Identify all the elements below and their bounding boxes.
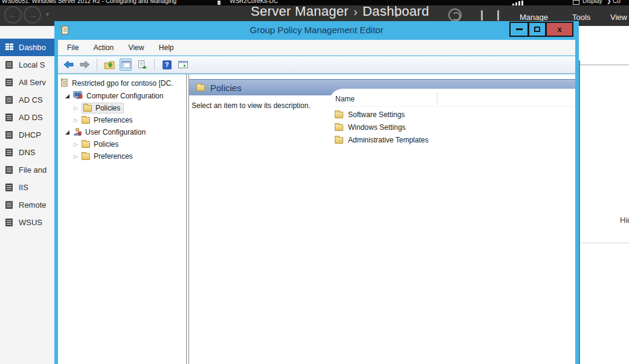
gpme-body: Restricted gpo for contoso [DC. Computer… xyxy=(58,74,575,364)
content-divider xyxy=(580,65,629,65)
tree-selected-item[interactable]: Policies xyxy=(82,103,124,113)
collapse-arrow-icon[interactable] xyxy=(65,94,69,98)
gpme-menubar: File Action View Help xyxy=(58,40,575,56)
folder-icon xyxy=(82,141,90,148)
dns-icon xyxy=(5,148,13,156)
minimize-button[interactable] xyxy=(509,22,529,37)
tree-node-uc-preferences[interactable]: ▷ Preferences xyxy=(74,150,133,162)
screen: WS08051: Windows Server 2012 R2 - Config… xyxy=(0,0,629,364)
sidebar-item-remote-desktop[interactable]: Remote xyxy=(0,196,58,214)
folder-icon xyxy=(196,85,205,91)
forward-button[interactable]: → xyxy=(24,6,41,24)
tree-node-user-configuration[interactable]: User Configuration xyxy=(65,126,146,138)
vm-display-button[interactable]: Display xyxy=(582,0,602,4)
tree-node-uc-policies[interactable]: ▷ Policies xyxy=(74,138,118,150)
toolbar-separator xyxy=(97,59,97,71)
servers-icon xyxy=(5,78,13,86)
back-icon[interactable] xyxy=(62,59,74,71)
close-icon: x xyxy=(557,25,561,34)
column-divider[interactable] xyxy=(437,92,437,106)
list-item-windows-settings[interactable]: Windows Settings xyxy=(335,121,405,133)
sidebar-item-iis[interactable]: IIS xyxy=(0,179,58,196)
sidebar-item-local-server[interactable]: Local S xyxy=(0,56,58,74)
breadcrumb: Server Manager›Dashboard xyxy=(251,4,429,19)
gpo-scroll-icon xyxy=(60,25,69,37)
user-icon xyxy=(73,127,82,138)
folder-icon xyxy=(83,105,92,112)
domain-services-icon xyxy=(5,113,13,121)
sidebar-item-dhcp[interactable]: DHCP xyxy=(0,126,58,144)
tree-node-computer-configuration[interactable]: Computer Configuration xyxy=(65,90,163,102)
menu-view[interactable]: View xyxy=(123,40,150,56)
export-list-icon[interactable] xyxy=(136,59,148,71)
certificate-services-icon xyxy=(5,96,13,104)
maximize-button[interactable] xyxy=(528,22,546,37)
sidebar-item-ad-cs[interactable]: AD CS xyxy=(0,91,58,109)
folder-icon xyxy=(335,124,343,131)
breadcrumb-separator-icon: › xyxy=(349,5,363,18)
menu-file[interactable]: File xyxy=(61,40,85,56)
server-manager-sidebar: Dashbo Local S All Serv AD CS AD DS DHCP… xyxy=(0,26,58,364)
expand-arrow-icon[interactable]: ▷ xyxy=(74,142,78,147)
remote-desktop-icon xyxy=(5,201,13,209)
selection-description: Select an item to view its description. xyxy=(192,101,311,110)
menu-action[interactable]: Action xyxy=(88,40,120,56)
dhcp-icon xyxy=(5,131,13,139)
header-underline xyxy=(329,106,575,107)
window-title: Group Policy Management Editor xyxy=(54,21,579,39)
expand-arrow-icon[interactable]: ▷ xyxy=(74,106,78,111)
tree-node-cc-policies[interactable]: ▷ Policies xyxy=(74,102,124,114)
sidebar-item-ad-ds[interactable]: AD DS xyxy=(0,109,58,126)
up-one-level-icon[interactable] xyxy=(103,59,115,71)
vm-connect-button[interactable]: Co xyxy=(613,0,621,4)
hide-link[interactable]: Hid xyxy=(620,216,629,225)
sidebar-item-dns[interactable]: DNS xyxy=(0,144,58,161)
nav-dropdown-icon[interactable]: ▼ xyxy=(45,11,50,18)
wsus-icon xyxy=(5,219,13,226)
tree-node-cc-preferences[interactable]: ▷ Preferences xyxy=(74,114,133,126)
iis-icon xyxy=(5,184,13,191)
signal-bars-icon xyxy=(512,1,526,5)
list-item-software-settings[interactable]: Software Settings xyxy=(335,109,405,121)
back-button[interactable]: ← xyxy=(4,6,22,24)
expand-arrow-icon[interactable]: ▷ xyxy=(74,154,78,159)
header-dropdown-icon[interactable]: ▼ xyxy=(393,12,399,19)
show-console-tree-icon[interactable] xyxy=(120,59,132,71)
menu-help[interactable]: Help xyxy=(153,40,180,56)
question-mark-icon: ? xyxy=(163,60,172,69)
tools-menu[interactable]: Tools xyxy=(572,13,590,22)
show-action-pane-icon[interactable] xyxy=(177,59,189,71)
admin-flag-icon[interactable] xyxy=(497,10,499,21)
list-item-administrative-templates[interactable]: Administrative Templates xyxy=(335,134,428,146)
close-button[interactable]: x xyxy=(546,22,573,37)
vm-machine-name: WSR2CoreKit-DC xyxy=(230,0,278,4)
maximize-icon xyxy=(534,27,540,32)
gpme-toolbar: ? xyxy=(58,56,575,74)
folder-icon xyxy=(82,153,90,160)
console-tree-pane: Restricted gpo for contoso [DC. Computer… xyxy=(58,74,186,364)
result-pane: Policies Select an item to view its desc… xyxy=(189,74,575,364)
view-menu[interactable]: View xyxy=(610,13,627,22)
computer-icon xyxy=(73,91,83,101)
gpme-window: Group Policy Management Editor x File Ac… xyxy=(54,21,579,364)
minimize-icon xyxy=(516,28,523,30)
sidebar-item-wsus[interactable]: WSUS xyxy=(0,214,58,231)
help-icon[interactable]: ? xyxy=(161,59,173,71)
sidebar-item-file-storage[interactable]: File and xyxy=(0,161,58,179)
file-storage-icon xyxy=(5,166,13,174)
tree-root-node[interactable]: Restricted gpo for contoso [DC. xyxy=(60,77,173,89)
chevron-right-icon: ❯ xyxy=(607,0,611,4)
gpme-titlebar[interactable]: Group Policy Management Editor x xyxy=(54,21,579,40)
notification-flag-icon[interactable] xyxy=(481,10,483,21)
sidebar-item-all-servers[interactable]: All Serv xyxy=(0,74,58,91)
result-pane-title: Policies xyxy=(210,83,242,93)
sidebar-item-dashboard[interactable]: Dashbo xyxy=(0,39,58,56)
expand-arrow-icon[interactable]: ▷ xyxy=(74,118,78,123)
forward-icon[interactable] xyxy=(79,59,91,71)
column-header-name[interactable]: Name xyxy=(335,95,355,103)
content-divider xyxy=(581,243,629,243)
manage-menu[interactable]: Manage xyxy=(520,13,548,22)
refresh-icon[interactable] xyxy=(448,8,462,22)
collapse-arrow-icon[interactable] xyxy=(65,130,69,135)
breadcrumb-root[interactable]: Server Manager xyxy=(251,4,349,19)
